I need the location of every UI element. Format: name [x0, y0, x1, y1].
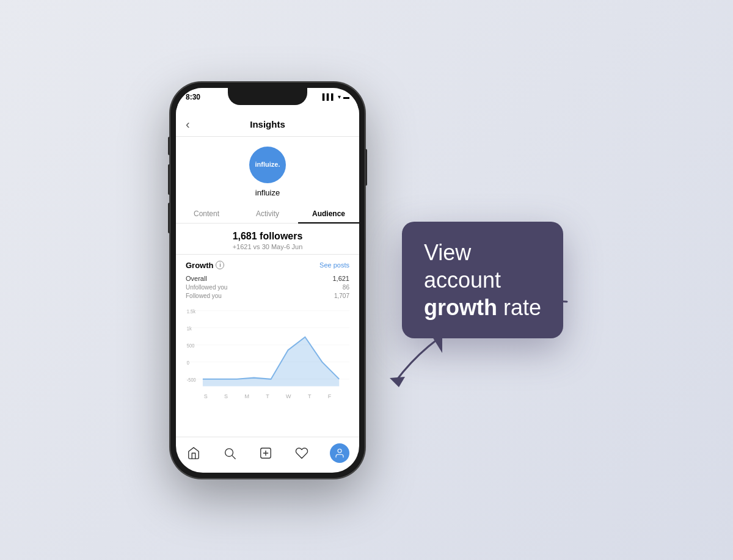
nav-bar: ‹ Insights [176, 115, 359, 137]
unfollowed-label: Unfollowed you [186, 284, 227, 291]
bubble-bold: growth [424, 295, 497, 320]
screen-title: Insights [250, 119, 285, 129]
x-label-m: M [244, 393, 249, 399]
tabs: Content Activity Audience [176, 205, 359, 224]
x-label-t2: T [308, 393, 312, 399]
tab-audience[interactable]: Audience [298, 205, 359, 223]
followers-section: 1,681 followers +1621 vs 30 May-6 Jun [176, 224, 359, 255]
avatar: influize. [249, 147, 286, 183]
tab-content[interactable]: Content [176, 205, 237, 223]
nav-add-button[interactable] [258, 445, 274, 461]
see-posts-link[interactable]: See posts [319, 261, 349, 269]
growth-section: Growth i See posts Overall 1,621 Unfollo… [176, 255, 359, 437]
followed-label: Followed you [186, 293, 222, 299]
followers-period: +1621 vs 30 May-6 Jun [176, 243, 359, 250]
side-btn-power [365, 149, 367, 186]
followers-count: 1,681 followers [176, 231, 359, 242]
wifi-icon: ▾ [338, 93, 341, 100]
side-btn-vol-up [168, 164, 170, 195]
x-label-s1: S [204, 393, 208, 399]
scene: 8:30 ▌▌▌ ▾ ▬ ‹ Insights infl [170, 82, 563, 479]
profile-section: influize. influize [176, 137, 359, 202]
growth-title: Growth i [186, 261, 225, 270]
svg-marker-17 [390, 377, 405, 387]
svg-text:-500: -500 [187, 377, 196, 383]
profile-name: influize [255, 188, 280, 197]
growth-chart: 1.5k 1k 500 0 -500 [186, 304, 349, 390]
phone-frame: 8:30 ▌▌▌ ▾ ▬ ‹ Insights infl [170, 82, 365, 479]
growth-header: Growth i See posts [186, 261, 349, 270]
svg-text:0: 0 [187, 360, 190, 366]
tooltip-bubble: Viewaccountgrowth rate [402, 222, 563, 338]
x-label-w: W [286, 393, 291, 399]
x-label-s2: S [224, 393, 228, 399]
phone-screen: 8:30 ▌▌▌ ▾ ▬ ‹ Insights infl [176, 88, 359, 473]
side-btn-mute [168, 137, 170, 155]
bottom-nav [176, 437, 359, 473]
battery-icon: ▬ [343, 93, 349, 100]
notch-area: 8:30 ▌▌▌ ▾ ▬ [176, 88, 359, 115]
screen-content: ‹ Insights influize. influize Content [176, 115, 359, 473]
x-label-t1: T [266, 393, 269, 399]
stat-row-unfollowed: Unfollowed you 86 [186, 284, 349, 291]
tab-activity[interactable]: Activity [237, 205, 298, 223]
unfollowed-value: 86 [343, 284, 349, 291]
svg-point-16 [338, 449, 341, 453]
nav-home-button[interactable] [186, 445, 202, 461]
chart-x-labels: S S M T W T F [186, 392, 349, 399]
chart-container: 1.5k 1k 500 0 -500 S [176, 304, 359, 402]
bubble-text: Viewaccountgrowth rate [424, 239, 541, 321]
svg-point-11 [225, 448, 233, 456]
side-btn-vol-down [168, 203, 170, 233]
svg-line-12 [232, 456, 235, 459]
status-time: 8:30 [186, 93, 200, 101]
overall-value: 1,621 [332, 275, 349, 282]
avatar-text: influize. [255, 161, 280, 169]
stats-rows: Overall 1,621 Unfollowed you 86 Followed… [186, 275, 349, 299]
nav-heart-button[interactable] [294, 445, 310, 461]
overall-label: Overall [186, 275, 207, 282]
svg-text:1k: 1k [187, 325, 192, 332]
x-label-f: F [328, 393, 332, 399]
nav-search-button[interactable] [222, 445, 238, 461]
stat-row-overall: Overall 1,621 [186, 275, 349, 282]
signal-icon: ▌▌▌ [323, 93, 335, 100]
svg-text:500: 500 [187, 343, 195, 349]
back-button[interactable]: ‹ [186, 117, 190, 131]
stat-row-followed: Followed you 1,707 [186, 293, 349, 299]
status-bar: 8:30 ▌▌▌ ▾ ▬ [186, 93, 349, 101]
info-icon[interactable]: i [216, 261, 224, 269]
nav-profile-button[interactable] [330, 443, 349, 463]
svg-text:1.5k: 1.5k [187, 308, 196, 315]
followed-value: 1,707 [334, 293, 349, 299]
status-icons: ▌▌▌ ▾ ▬ [323, 93, 349, 100]
